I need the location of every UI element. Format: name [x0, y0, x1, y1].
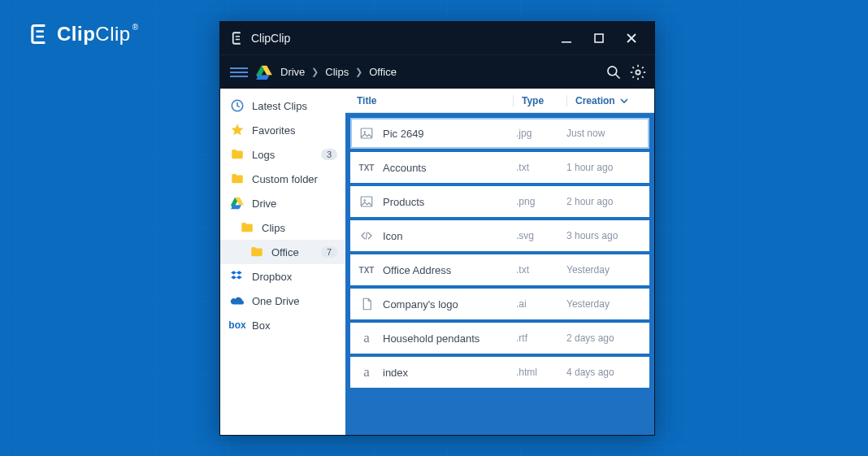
a-icon: a: [350, 364, 383, 380]
sidebar-item-dropbox[interactable]: Dropbox: [220, 264, 345, 289]
a-icon: a: [350, 330, 383, 346]
sidebar-item-office[interactable]: Office7: [220, 240, 345, 264]
table-row[interactable]: aindex.html4 days ago: [350, 357, 649, 388]
table-row[interactable]: Company's logo.aiYesterday: [350, 289, 649, 319]
row-type: .txt: [516, 162, 566, 173]
sidebar-item-label: Latest Clips: [252, 100, 337, 112]
badge: 7: [321, 246, 337, 258]
svg-point-26: [364, 131, 366, 132]
box-icon: box: [230, 318, 245, 332]
minimize-button[interactable]: [550, 22, 583, 54]
column-creation[interactable]: Creation: [566, 95, 654, 106]
chevron-right-icon: ❯: [311, 67, 319, 77]
window-title: ClipClip: [251, 32, 290, 45]
titlebar: ClipClip: [220, 22, 654, 54]
settings-button[interactable]: [630, 64, 646, 80]
row-title: Accounts: [383, 162, 516, 174]
sidebar-item-label: Logs: [252, 149, 314, 161]
txt-icon: TXT: [350, 266, 383, 275]
sidebar-item-latest-clips[interactable]: Latest Clips: [220, 93, 345, 118]
column-title[interactable]: Title: [345, 95, 513, 106]
svg-line-20: [632, 76, 634, 78]
sidebar-item-clips[interactable]: Clips: [220, 215, 345, 240]
svg-rect-0: [37, 30, 44, 33]
onedrive-icon: [230, 293, 245, 308]
breadcrumb: Drive ❯ Clips ❯ Office: [280, 66, 397, 78]
svg-line-18: [642, 76, 644, 78]
row-title: Household pendants: [383, 332, 516, 345]
badge: 3: [321, 149, 337, 160]
table-row[interactable]: Products.png2 hour ago: [350, 186, 649, 217]
svg-point-28: [364, 199, 366, 201]
table-row[interactable]: aHousehold pendants.rtf2 days ago: [350, 323, 649, 354]
sidebar-item-drive[interactable]: Drive: [220, 191, 345, 215]
column-type[interactable]: Type: [513, 95, 566, 106]
sidebar-item-label: Clips: [262, 222, 337, 234]
sidebar-item-custom-folder[interactable]: Custom folder: [220, 167, 345, 191]
svg-line-19: [642, 67, 644, 68]
breadcrumb-item[interactable]: Clips: [325, 66, 349, 78]
sidebar-item-label: Office: [271, 246, 314, 258]
maximize-button[interactable]: [583, 22, 615, 54]
clock-icon: [230, 98, 245, 113]
sidebar-item-label: Box: [252, 319, 337, 332]
row-type: .png: [516, 196, 566, 207]
table-row[interactable]: Icon.svg3 hours ago: [350, 220, 649, 251]
table-row[interactable]: Pic 2649.jpgJust now: [350, 118, 649, 149]
row-title: index: [383, 367, 516, 379]
sidebar-item-label: Drive: [252, 198, 337, 210]
row-title: Pic 2649: [383, 128, 516, 140]
row-time: 2 hour ago: [566, 196, 649, 207]
svg-rect-5: [595, 34, 603, 42]
table-row[interactable]: TXTAccounts.txt1 hour ago: [350, 152, 649, 183]
close-button[interactable]: [615, 22, 648, 54]
svg-line-11: [616, 74, 620, 78]
folder-icon: [250, 245, 264, 259]
row-title: Office Address: [383, 264, 516, 276]
app-window: ClipClip Drive ❯ Clips ❯ Office: [219, 21, 655, 436]
column-headers: Title Type Creation: [345, 89, 654, 113]
row-time: 4 days ago: [566, 367, 649, 378]
doc-icon: [350, 297, 383, 311]
img-icon: [350, 194, 383, 209]
star-icon: [230, 123, 245, 137]
sidebar-item-favorites[interactable]: Favorites: [220, 118, 345, 142]
svg-rect-3: [236, 39, 240, 41]
sidebar-item-one-drive[interactable]: One Drive: [220, 289, 345, 313]
clipclip-logo-icon: [28, 23, 50, 46]
svg-line-29: [366, 232, 367, 240]
brand-text: ClipClip®: [57, 23, 139, 46]
txt-icon: TXT: [350, 163, 383, 172]
gdrive-icon: [256, 65, 272, 80]
sidebar-item-box[interactable]: boxBox: [220, 313, 345, 337]
dropbox-icon: [230, 269, 245, 284]
breadcrumb-item[interactable]: Office: [369, 66, 397, 78]
gdrive-icon: [230, 196, 245, 211]
row-type: .ai: [516, 298, 566, 310]
table-row[interactable]: TXTOffice Address.txtYesterday: [350, 254, 649, 285]
folder-icon: [230, 172, 245, 186]
folder-icon: [240, 220, 254, 235]
row-time: 3 hours ago: [566, 230, 649, 241]
breadcrumb-item[interactable]: Drive: [280, 66, 305, 78]
row-type: .svg: [516, 230, 566, 241]
menu-button[interactable]: [230, 67, 248, 77]
svg-rect-1: [37, 36, 44, 38]
img-icon: [350, 126, 383, 141]
main-panel: Title Type Creation Pic 2649.jpgJust now…: [345, 89, 654, 435]
sidebar-item-label: Dropbox: [252, 271, 337, 283]
sidebar-item-logs[interactable]: Logs3: [220, 142, 345, 167]
svg-point-12: [636, 70, 640, 74]
svg-rect-4: [562, 41, 571, 43]
row-title: Products: [383, 196, 516, 208]
chevron-down-icon: [620, 97, 628, 105]
svg-rect-2: [236, 36, 240, 37]
row-type: .txt: [516, 264, 566, 276]
sidebar: Latest ClipsFavoritesLogs3Custom folderD…: [220, 89, 345, 435]
svg-rect-27: [361, 197, 372, 206]
column-creation-label: Creation: [575, 95, 615, 106]
row-title: Icon: [383, 230, 516, 242]
svg-point-10: [608, 66, 617, 75]
row-title: Company's logo: [383, 298, 516, 311]
search-button[interactable]: [605, 64, 622, 80]
